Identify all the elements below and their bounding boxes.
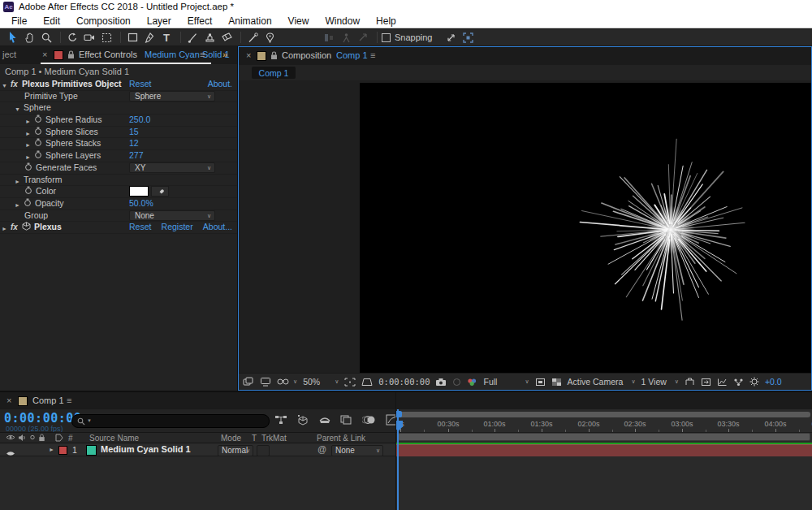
camera-view-dropdown[interactable]: Active Camera∨ bbox=[568, 375, 636, 388]
stopwatch-icon[interactable] bbox=[24, 186, 32, 197]
viewer-tab-comp1[interactable]: Comp 1 bbox=[252, 67, 296, 79]
expander-arrow[interactable]: ▼ bbox=[15, 104, 20, 115]
grid-guides-icon[interactable] bbox=[361, 375, 373, 388]
expander-arrow[interactable]: ► bbox=[15, 176, 20, 187]
primitive-type-dropdown[interactable]: Sphere∨ bbox=[129, 91, 215, 102]
lock-icon[interactable] bbox=[270, 51, 278, 60]
stopwatch-icon[interactable] bbox=[24, 198, 32, 210]
stopwatch-icon[interactable] bbox=[34, 115, 42, 126]
roto-brush-tool[interactable] bbox=[245, 31, 260, 45]
menu-effect[interactable]: Effect bbox=[179, 15, 220, 27]
show-channels-icon[interactable] bbox=[467, 375, 477, 388]
parent-dropdown[interactable]: None∨ bbox=[331, 445, 383, 456]
menu-help[interactable]: Help bbox=[368, 15, 404, 27]
clone-stamp-tool[interactable] bbox=[202, 31, 217, 45]
panel-menu-icon[interactable]: ≡ bbox=[200, 50, 205, 59]
pixel-aspect-icon[interactable] bbox=[701, 375, 711, 388]
property-value[interactable]: 250.0 bbox=[129, 115, 150, 125]
view-options-icon[interactable]: ∨ bbox=[277, 375, 297, 388]
layer-label-swatch[interactable] bbox=[58, 446, 67, 455]
menu-layer[interactable]: Layer bbox=[139, 15, 179, 27]
snapping-checkbox[interactable] bbox=[382, 33, 391, 42]
layer-name[interactable]: Medium Cyan Solid 1 bbox=[101, 444, 191, 454]
current-timecode[interactable]: 0:00:00:00 bbox=[4, 411, 81, 426]
pickwhip-icon[interactable]: @ bbox=[317, 444, 326, 454]
layer-expander-arrow[interactable]: ► bbox=[49, 447, 54, 452]
expander-arrow[interactable]: ▼ bbox=[2, 80, 7, 91]
flowchart-icon[interactable] bbox=[733, 375, 744, 388]
panel-menu-icon[interactable]: ≡ bbox=[67, 395, 71, 405]
menu-view[interactable]: View bbox=[280, 15, 317, 27]
transparency-grid-icon[interactable] bbox=[551, 375, 562, 388]
property-value[interactable]: 50.0% bbox=[129, 198, 153, 209]
hand-tool[interactable] bbox=[22, 31, 37, 45]
tab-overflow-chevron[interactable]: » bbox=[222, 50, 227, 59]
magnification-dropdown[interactable]: 50%∨ bbox=[303, 375, 339, 388]
effect-controls-tab-title[interactable]: Effect Controls bbox=[79, 50, 137, 59]
project-tab-partial[interactable]: ject bbox=[2, 50, 16, 59]
rotate-tool[interactable] bbox=[65, 31, 80, 45]
column-trkmat[interactable]: TrkMat bbox=[261, 434, 287, 443]
color-swatch[interactable] bbox=[129, 186, 149, 197]
playhead-grab-handle[interactable] bbox=[396, 411, 402, 417]
rectangle-tool[interactable] bbox=[125, 31, 140, 45]
expander-arrow[interactable]: ► bbox=[25, 128, 31, 139]
menu-composition[interactable]: Composition bbox=[68, 15, 139, 27]
frame-blending-icon[interactable] bbox=[340, 414, 353, 429]
puppet-pin-tool[interactable] bbox=[262, 31, 277, 45]
hide-shy-layers-icon[interactable] bbox=[318, 414, 331, 429]
expander-arrow[interactable]: ► bbox=[25, 116, 31, 127]
effect-controls-tab-target[interactable]: Medium Cyan Solid 1 bbox=[145, 50, 230, 59]
menu-animation[interactable]: Animation bbox=[220, 15, 279, 27]
always-preview-icon[interactable] bbox=[243, 375, 254, 388]
composition-tab-target[interactable]: Comp 1 bbox=[336, 50, 368, 60]
link-about[interactable]: About... bbox=[203, 222, 232, 232]
column-parent-link[interactable]: Parent & Link bbox=[317, 434, 365, 443]
link-about[interactable]: About. bbox=[208, 79, 232, 89]
timeline-track-area[interactable]: 0s00:30s01:00s01:30s02:00s02:30s03:00s03… bbox=[396, 409, 812, 510]
column-source-name[interactable]: Source Name bbox=[89, 434, 139, 443]
work-area-bar[interactable] bbox=[398, 433, 810, 441]
panel-label-swatch[interactable] bbox=[18, 396, 28, 406]
launch-selector-icon[interactable] bbox=[461, 31, 476, 45]
property-value[interactable]: 277 bbox=[129, 150, 144, 161]
layer-row[interactable]: ► 1 Medium Cyan Solid 1 Normal∨ @ None∨ bbox=[0, 443, 395, 456]
type-tool[interactable]: T bbox=[159, 31, 174, 45]
preview-timecode[interactable]: 0:00:00:00 bbox=[378, 375, 430, 388]
close-icon[interactable]: × bbox=[246, 50, 251, 60]
view-layout-dropdown[interactable]: 1 View∨ bbox=[641, 375, 679, 388]
fold-transforms-icon[interactable] bbox=[685, 375, 695, 388]
region-of-interest-icon[interactable] bbox=[535, 375, 546, 388]
composition-canvas[interactable] bbox=[360, 83, 811, 373]
zoom-tool[interactable] bbox=[39, 31, 54, 45]
stopwatch-icon[interactable] bbox=[34, 127, 42, 138]
property-value[interactable]: 15 bbox=[129, 127, 139, 137]
column-t[interactable]: T bbox=[252, 434, 257, 443]
draft-3d-icon[interactable] bbox=[296, 414, 309, 429]
group-dropdown[interactable]: None∨ bbox=[129, 210, 215, 221]
property-value[interactable]: 12 bbox=[129, 138, 139, 149]
composition-tab-title[interactable]: Composition bbox=[282, 50, 331, 60]
solid-color-swatch[interactable] bbox=[86, 445, 97, 456]
menu-edit[interactable]: Edit bbox=[35, 15, 68, 27]
stopwatch-icon[interactable] bbox=[34, 138, 42, 149]
time-ruler[interactable]: 0s00:30s01:00s01:30s02:00s02:30s03:00s03… bbox=[396, 417, 812, 433]
motion-blur-icon[interactable] bbox=[362, 414, 377, 429]
link-reset[interactable]: Reset bbox=[129, 222, 151, 232]
pan-behind-tool[interactable] bbox=[99, 31, 114, 45]
lock-icon[interactable] bbox=[67, 50, 75, 59]
layer-duration-bar[interactable] bbox=[396, 444, 812, 456]
link-register[interactable]: Register bbox=[162, 222, 193, 232]
camera-tool[interactable] bbox=[82, 31, 97, 45]
exposure-value[interactable]: +0.0 bbox=[765, 375, 782, 388]
close-icon[interactable]: × bbox=[6, 395, 11, 405]
eyedropper-icon[interactable] bbox=[151, 186, 169, 197]
expander-arrow[interactable]: ► bbox=[2, 223, 7, 234]
search-input[interactable]: ▼ bbox=[71, 414, 270, 428]
resolution-dropdown[interactable]: Full∨ bbox=[483, 375, 529, 388]
selection-tool[interactable] bbox=[5, 31, 19, 45]
blend-mode-dropdown[interactable]: Normal∨ bbox=[218, 445, 253, 456]
panel-menu-icon[interactable]: ≡ bbox=[370, 50, 375, 60]
link-reset[interactable]: Reset bbox=[129, 79, 151, 89]
trkmat-box[interactable] bbox=[257, 445, 270, 456]
